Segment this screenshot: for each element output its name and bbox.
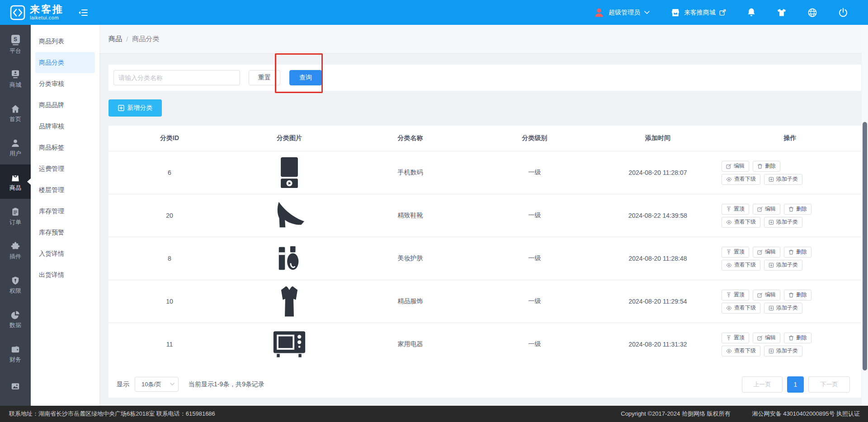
pin-top-button[interactable]: 置顶 [722,290,749,300]
add-child-button[interactable]: 添加子类 [764,346,802,356]
user-icon [11,139,20,148]
subnav-goods-tags[interactable]: 商品标签 [35,137,95,158]
category-name-input[interactable] [113,70,240,85]
sidebar-item-orders[interactable]: 订单 [0,199,31,233]
page-1-button[interactable]: 1 [787,376,804,393]
delete-button[interactable]: 删除 [784,333,811,343]
pin-top-button[interactable]: 置顶 [722,333,749,343]
query-button[interactable]: 查询 [289,70,322,85]
subnav-goods-brand[interactable]: 商品品牌 [35,94,95,116]
page-size-select[interactable]: 10条/页 [135,377,179,392]
view-children-button[interactable]: 查看下级 [722,217,760,228]
view-children-button[interactable]: 查看下级 [722,174,760,185]
cell-category-id: 6 [108,169,231,176]
secondary-sidebar: 商品列表 商品分类 分类审核 商品品牌 品牌审核 商品标签 运费管理 楼层管理 … [31,25,99,406]
cell-category-name: 美妆护肤 [348,254,472,263]
subnav-goods-list[interactable]: 商品列表 [35,31,95,52]
edit-button[interactable]: 编辑 [753,247,780,258]
footer-copyright: Copyright ©2017-2024 拾捌网络 版权所有 [621,410,730,418]
category-image-cosmetics-icon [231,244,348,273]
top-header: 来客推 laiketui.com 超级管理员 来客推商城 [0,0,868,25]
shop-link-label: 来客推商城 [684,9,716,17]
subnav-stock[interactable]: 库存管理 [35,201,95,222]
edit-button[interactable]: 编辑 [722,161,749,172]
admin-user-menu[interactable]: 超级管理员 [594,7,650,18]
language-globe-icon[interactable] [807,8,817,18]
cell-category-level: 一级 [472,211,597,220]
subnav-freight[interactable]: 运费管理 [35,158,95,179]
edit-button[interactable]: 编辑 [753,333,780,343]
sidebar-item-platform[interactable]: S 平台 [0,27,31,61]
mall-member-icon [11,70,20,79]
sidebar-item-users[interactable]: 用户 [0,130,31,164]
pin-top-button[interactable]: 置顶 [722,247,749,258]
subnav-outbound-detail[interactable]: 出货详情 [35,264,95,286]
shop-decoration-shirt-icon[interactable] [777,8,787,17]
plus-square-icon [118,105,124,111]
footer-right: Copyright ©2017-2024 拾捌网络 版权所有 湘公网安备 430… [621,410,860,418]
cell-category-id: 8 [108,255,231,262]
footer-contact: 联系地址：湖南省长沙市岳麓区绿地中央广场6栋2018室 联系电话：6159816… [9,410,215,418]
shield-key-icon [11,276,20,285]
image-icon [11,382,20,391]
cell-category-id: 20 [108,212,231,219]
delete-button[interactable]: 删除 [753,161,780,172]
sidebar-item-data[interactable]: 数据 [0,302,31,336]
subnav-category-review[interactable]: 分类审核 [35,73,95,94]
cell-category-time: 2024-08-20 11:31:32 [597,341,719,348]
notifications-bell-icon[interactable] [747,8,756,18]
subnav-inbound-detail[interactable]: 入货详情 [35,243,95,264]
pagination-bar: 显示 10条/页 当前显示1-9条，共9条记录 上一页 1 下一页 [108,371,861,398]
wallet-icon [11,345,20,354]
scrollbar-thumb[interactable] [863,122,867,370]
pin-top-button[interactable]: 置顶 [722,204,749,215]
shop-front-link[interactable]: 来客推商城 [670,8,726,17]
sidebar-item-permissions[interactable]: 权限 [0,267,31,302]
external-link-icon [719,9,726,16]
view-children-button[interactable]: 查看下级 [722,303,760,314]
prev-page-button[interactable]: 上一页 [742,376,783,393]
subnav-floor[interactable]: 楼层管理 [35,179,95,201]
subnav-goods-category[interactable]: 商品分类 [35,52,95,73]
add-child-button[interactable]: 添加子类 [764,217,802,228]
sidebar-item-media[interactable] [0,370,31,405]
sidebar-item-goods[interactable]: 商品 [0,164,31,199]
breadcrumb-root[interactable]: 商品 [108,35,122,43]
edit-button[interactable]: 编辑 [753,204,780,215]
sidebar-item-plugins[interactable]: 插件 [0,233,31,267]
reset-button[interactable]: 重置 [249,70,280,85]
sidebar-item-home[interactable]: 首页 [0,96,31,130]
delete-button[interactable]: 删除 [784,204,811,215]
subnav-stock-warning[interactable]: 库存预警 [35,222,95,243]
edit-button[interactable]: 编辑 [753,290,780,300]
table-row: 20 精致鞋靴 一级 2024-08-22 14:39:58 置顶 编辑 删除 … [108,194,861,237]
sidebar-item-finance[interactable]: 财务 [0,336,31,370]
column-header: 分类级别 [472,134,597,142]
add-child-button[interactable]: 添加子类 [764,303,802,314]
add-child-button[interactable]: 添加子类 [764,260,802,271]
subnav-brand-review[interactable]: 品牌审核 [35,116,95,137]
select-chevron-icon [170,383,175,386]
sidebar-item-mall[interactable]: 商城 [0,61,31,96]
primary-sidebar: S 平台 商城 首页 用户 商品 [0,25,31,406]
app-logo[interactable]: 来客推 laiketui.com [0,5,64,20]
category-image-clothing-icon [231,286,348,317]
view-children-button[interactable]: 查看下级 [722,260,760,271]
next-page-button[interactable]: 下一页 [808,376,850,393]
cell-actions: 置顶 编辑 删除 查看下级 添加子类 [719,333,861,356]
cell-category-name: 精致鞋靴 [348,211,472,220]
logout-power-icon[interactable] [838,8,848,18]
delete-button[interactable]: 删除 [784,247,811,258]
delete-button[interactable]: 删除 [784,290,811,300]
table-header-row: 分类ID 分类图片 分类名称 分类级别 添加时间 操作 [108,126,861,151]
main-content: 商品 / 商品分类 重置 查询 新增分类 分类ID 分类图片 分类名称 分类级别… [99,25,868,406]
scrollbar-track [862,25,868,406]
page-size-label: 显示 [117,380,129,389]
cell-category-level: 一级 [472,169,597,177]
add-child-button[interactable]: 添加子类 [764,174,802,185]
table-row: 6 手机数码 一级 2024-08-20 11:28:07 编辑 删除 查看下级… [108,151,861,194]
view-children-button[interactable]: 查看下级 [722,346,760,356]
collapse-sidebar-icon[interactable] [78,8,88,17]
add-category-button[interactable]: 新增分类 [108,99,162,117]
cell-actions: 置顶 编辑 删除 查看下级 添加子类 [719,247,861,271]
